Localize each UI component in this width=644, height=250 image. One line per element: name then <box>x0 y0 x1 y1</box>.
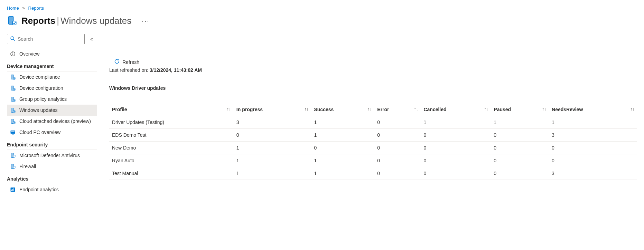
cell-profile: New Demo <box>109 142 234 154</box>
search-input[interactable] <box>18 36 82 42</box>
cell-cancelled: 0 <box>421 129 491 142</box>
device-icon <box>10 164 16 169</box>
cell-error: 0 <box>374 116 421 129</box>
sort-icon[interactable]: ↑↓ <box>484 107 488 112</box>
device-icon <box>10 153 16 158</box>
collapse-sidebar-button[interactable]: « <box>90 36 93 42</box>
table-row[interactable]: Driver Updates (Testing)310111 <box>109 116 637 129</box>
breadcrumb: Home > Reports <box>7 6 637 11</box>
svg-point-6 <box>12 52 13 53</box>
cell-success: 1 <box>311 116 374 129</box>
sidebar-item-label: Device configuration <box>19 85 63 91</box>
cell-in_progress: 1 <box>234 154 311 167</box>
refresh-button[interactable]: Refresh <box>114 59 139 65</box>
page-title: Reports|Windows updates <box>21 16 131 26</box>
sidebar-item-windows-updates[interactable]: Windows updates <box>7 105 97 116</box>
refresh-icon <box>114 59 120 65</box>
table-row[interactable]: Ryan Auto110000 <box>109 154 637 167</box>
column-header-paused[interactable]: Paused↑↓ <box>491 103 549 116</box>
cell-cancelled: 0 <box>421 154 491 167</box>
svg-rect-18 <box>11 131 15 132</box>
cell-cancelled: 0 <box>421 167 491 180</box>
sidebar-item-label: Endpoint analytics <box>19 187 59 192</box>
cell-profile: Driver Updates (Testing) <box>109 116 234 129</box>
svg-rect-19 <box>12 134 14 134</box>
cell-in_progress: 1 <box>234 167 311 180</box>
cell-error: 0 <box>374 154 421 167</box>
cell-needs_review: 0 <box>549 154 637 167</box>
cell-paused: 0 <box>491 129 549 142</box>
info-icon <box>10 51 16 57</box>
chevron-right-icon: > <box>22 6 25 11</box>
breadcrumb-reports-link[interactable]: Reports <box>28 6 44 11</box>
sort-icon[interactable]: ↑↓ <box>414 107 418 112</box>
sidebar-item-group-policy-analytics[interactable]: Group policy analytics <box>7 94 97 105</box>
driver-updates-table: Profile↑↓In progress↑↓Success↑↓Error↑↓Ca… <box>109 103 637 180</box>
sidebar-item-overview[interactable]: Overview <box>7 48 97 59</box>
cell-success: 1 <box>311 154 374 167</box>
column-header-success[interactable]: Success↑↓ <box>311 103 374 116</box>
svg-rect-25 <box>13 189 14 191</box>
sidebar-item-firewall[interactable]: Firewall <box>7 161 97 172</box>
device-icon <box>10 74 16 80</box>
cell-profile: Test Manual <box>109 167 234 180</box>
sidebar-item-cloud-pc-overview[interactable]: Cloud PC overview <box>7 127 97 138</box>
section-title: Windows Driver updates <box>109 85 637 91</box>
sidebar-item-label: Device compliance <box>19 74 60 80</box>
column-header-profile[interactable]: Profile↑↓ <box>109 103 234 116</box>
sidebar-item-device-configuration[interactable]: Device configuration <box>7 83 97 94</box>
device-icon <box>10 85 16 91</box>
last-refreshed-text: Last refreshed on: 3/12/2024, 11:43:02 A… <box>109 67 637 73</box>
sidebar-item-label: Overview <box>19 51 39 57</box>
cell-success: 1 <box>311 129 374 142</box>
sidebar-item-label: Cloud PC overview <box>19 129 60 135</box>
reports-device-icon <box>7 16 17 26</box>
sort-icon[interactable]: ↑↓ <box>227 107 231 112</box>
sidebar-item-microsoft-defender-antivirus[interactable]: Microsoft Defender Antivirus <box>7 150 97 161</box>
sort-icon[interactable]: ↑↓ <box>367 107 372 112</box>
cell-cancelled: 0 <box>421 142 491 154</box>
cell-in_progress: 0 <box>234 129 311 142</box>
cell-error: 0 <box>374 142 421 154</box>
cell-cancelled: 1 <box>421 116 491 129</box>
cell-error: 0 <box>374 167 421 180</box>
sidebar-item-label: Firewall <box>19 164 36 169</box>
column-header-needsreview[interactable]: NeedsReview↑↓ <box>549 103 637 116</box>
sort-icon[interactable]: ↑↓ <box>304 107 308 112</box>
cell-paused: 1 <box>491 116 549 129</box>
column-header-error[interactable]: Error↑↓ <box>374 103 421 116</box>
device-icon <box>10 118 16 124</box>
refresh-label: Refresh <box>122 59 139 65</box>
search-input-wrapper[interactable] <box>7 34 85 44</box>
table-row[interactable]: EDS Demo Test010003 <box>109 129 637 142</box>
device-icon <box>10 107 16 113</box>
cell-profile: EDS Demo Test <box>109 129 234 142</box>
cell-error: 0 <box>374 129 421 142</box>
breadcrumb-home-link[interactable]: Home <box>7 6 19 11</box>
svg-rect-1 <box>12 21 16 25</box>
cell-needs_review: 3 <box>549 167 637 180</box>
table-row[interactable]: New Demo100000 <box>109 142 637 154</box>
cell-needs_review: 1 <box>549 116 637 129</box>
page-title-row: Reports|Windows updates ··· <box>7 16 637 26</box>
cell-needs_review: 0 <box>549 142 637 154</box>
sidebar-item-label: Windows updates <box>19 107 58 113</box>
table-row[interactable]: Test Manual110003 <box>109 167 637 180</box>
search-icon <box>10 36 16 42</box>
sidebar-group-device-management: Device management <box>7 59 97 71</box>
more-actions-button[interactable]: ··· <box>142 17 150 25</box>
sort-icon[interactable]: ↑↓ <box>630 107 634 112</box>
cell-in_progress: 1 <box>234 142 311 154</box>
sidebar-item-label: Cloud attached devices (preview) <box>19 118 91 124</box>
cell-in_progress: 3 <box>234 116 311 129</box>
sidebar-item-label: Group policy analytics <box>19 96 67 102</box>
sort-icon[interactable]: ↑↓ <box>542 107 546 112</box>
device-icon <box>10 96 16 102</box>
sidebar-item-device-compliance[interactable]: Device compliance <box>7 71 97 83</box>
column-header-in-progress[interactable]: In progress↑↓ <box>234 103 311 116</box>
cell-paused: 0 <box>491 154 549 167</box>
column-header-cancelled[interactable]: Cancelled↑↓ <box>421 103 491 116</box>
sidebar-item-endpoint-analytics[interactable]: Endpoint analytics <box>7 184 97 195</box>
sidebar-item-cloud-attached-devices-preview-[interactable]: Cloud attached devices (preview) <box>7 116 97 127</box>
sidebar-group-analytics: Analytics <box>7 172 97 184</box>
